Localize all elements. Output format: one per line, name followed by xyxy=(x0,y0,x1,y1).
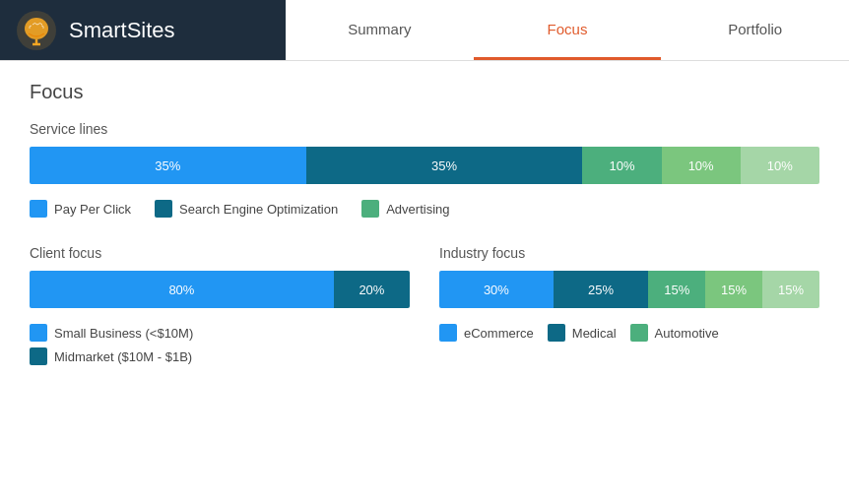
bar-segment: 80% xyxy=(30,271,334,308)
bar-segment: 35% xyxy=(30,147,306,184)
legend-label: Midmarket ($10M - $1B) xyxy=(54,349,192,364)
tab-portfolio[interactable]: Portfolio xyxy=(661,0,849,60)
service-lines-section: Service lines 35%35%10%10%10% Pay Per Cl… xyxy=(30,121,819,218)
legend-item: Search Engine Optimization xyxy=(155,200,338,218)
legend-label: Pay Per Click xyxy=(54,202,131,217)
app-header: SmartSites Summary Focus Portfolio xyxy=(0,0,849,61)
legend-item: Pay Per Click xyxy=(30,200,131,218)
legend-item: eCommerce xyxy=(439,324,534,342)
legend-swatch xyxy=(30,324,47,342)
legend-item: Small Business (<$10M) xyxy=(30,324,410,342)
service-lines-bar: 35%35%10%10%10% xyxy=(30,147,819,184)
client-focus-legend: Small Business (<$10M)Midmarket ($10M - … xyxy=(30,324,410,365)
legend-swatch xyxy=(30,200,47,218)
service-lines-label: Service lines xyxy=(30,121,819,137)
legend-swatch xyxy=(155,200,172,218)
tab-focus[interactable]: Focus xyxy=(474,0,662,60)
bar-segment: 10% xyxy=(662,147,741,184)
bar-segment: 20% xyxy=(334,271,410,308)
logo-icon xyxy=(16,10,57,51)
nav-tabs: Summary Focus Portfolio xyxy=(286,0,849,60)
client-focus-label: Client focus xyxy=(30,245,410,261)
industry-focus-bar: 30%25%15%15%15% xyxy=(439,271,819,308)
legend-swatch xyxy=(30,347,47,365)
legend-item: Advertising xyxy=(361,200,449,218)
industry-focus-legend: eCommerceMedicalAutomotive xyxy=(439,324,819,342)
bar-segment: 15% xyxy=(705,271,762,308)
legend-swatch xyxy=(439,324,457,342)
legend-label: Automotive xyxy=(655,326,719,341)
bar-segment: 35% xyxy=(306,147,583,184)
legend-label: Medical xyxy=(572,326,617,341)
bar-segment: 25% xyxy=(554,271,649,308)
bar-segment: 30% xyxy=(439,271,554,308)
industry-focus-section: Industry focus 30%25%15%15%15% eCommerce… xyxy=(439,245,819,365)
legend-label: Small Business (<$10M) xyxy=(54,326,193,341)
main-content: Focus Service lines 35%35%10%10%10% Pay … xyxy=(0,61,849,385)
industry-focus-label: Industry focus xyxy=(439,245,819,261)
client-focus-bar: 80%20% xyxy=(30,271,410,308)
logo-section: SmartSites xyxy=(0,0,286,60)
bar-segment: 10% xyxy=(582,147,661,184)
legend-swatch xyxy=(361,200,379,218)
page-title: Focus xyxy=(30,81,819,103)
legend-item: Midmarket ($10M - $1B) xyxy=(30,347,410,365)
service-lines-legend: Pay Per ClickSearch Engine OptimizationA… xyxy=(30,200,819,218)
legend-item: Medical xyxy=(548,324,617,342)
bar-segment: 15% xyxy=(762,271,819,308)
legend-swatch xyxy=(548,324,565,342)
bar-segment: 15% xyxy=(648,271,705,308)
legend-label: Advertising xyxy=(386,202,449,217)
legend-swatch xyxy=(630,324,648,342)
two-col-section: Client focus 80%20% Small Business (<$10… xyxy=(30,245,819,365)
legend-label: Search Engine Optimization xyxy=(179,202,338,217)
tab-summary[interactable]: Summary xyxy=(286,0,474,60)
bar-segment: 10% xyxy=(741,147,819,184)
client-focus-section: Client focus 80%20% Small Business (<$10… xyxy=(30,245,410,365)
logo-text: SmartSites xyxy=(69,18,175,43)
legend-label: eCommerce xyxy=(464,326,534,341)
legend-item: Automotive xyxy=(630,324,719,342)
